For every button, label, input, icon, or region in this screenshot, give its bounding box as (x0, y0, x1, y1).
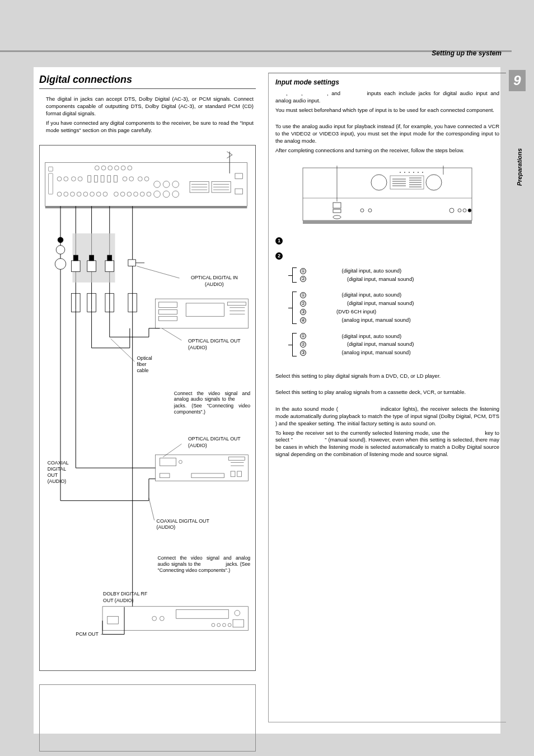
svg-line-124 (149, 498, 154, 520)
intro-select: You must select beforehand which type of… (275, 107, 499, 114)
svg-text:cable: cable (137, 368, 148, 373)
svg-line-107 (137, 266, 179, 278)
svg-rect-65 (87, 261, 96, 271)
svg-text:DIGITAL: DIGITAL (48, 466, 67, 472)
svg-text:(AUDIO): (AUDIO) (157, 525, 176, 530)
connection-diagram: OPTICAL DIGITAL IN (AUDIO) OPTICAL DIGIT… (39, 145, 256, 671)
opt-group-1: ① (digital input, auto sound) ② (digital… (292, 267, 499, 283)
svg-line-114 (111, 339, 135, 362)
svg-rect-68 (107, 255, 112, 261)
svg-point-97 (160, 617, 164, 621)
svg-rect-98 (176, 610, 229, 619)
svg-point-144 (400, 172, 401, 173)
svg-rect-1 (45, 206, 247, 209)
svg-text:COAXIAL DIGITAL OUT: COAXIAL DIGITAL OUT (157, 518, 210, 524)
svg-rect-92 (231, 471, 235, 477)
left-column: Digital connections The digital in jacks… (39, 73, 260, 722)
auto-sound-desc: In the auto sound mode ( indicator light… (275, 406, 499, 427)
opt-group-3: ① (digital input, auto sound) ② (digital… (292, 333, 499, 356)
svg-text:OPTICAL DIGITAL OUT: OPTICAL DIGITAL OUT (188, 436, 241, 442)
svg-rect-72 (158, 302, 177, 308)
right-column: Input mode settings , , , and inputs eac… (268, 73, 506, 722)
svg-text:(AUDIO): (AUDIO) (188, 443, 207, 449)
svg-text:OUT: OUT (48, 472, 58, 478)
svg-rect-69 (128, 260, 136, 266)
svg-point-146 (409, 172, 410, 173)
left-title: Digital connections (39, 73, 256, 89)
svg-line-110 (162, 328, 181, 340)
svg-rect-85 (160, 458, 176, 466)
svg-rect-3 (49, 167, 53, 172)
svg-rect-2 (49, 173, 53, 194)
svg-point-149 (422, 172, 423, 173)
svg-rect-100 (233, 620, 243, 628)
side-tab: Preparations (516, 148, 524, 186)
svg-text:OPTICAL DIGITAL IN: OPTICAL DIGITAL IN (191, 275, 238, 280)
notes-box (39, 684, 256, 752)
opt-group-2: ① (digital input, auto sound) ② (digital… (292, 292, 499, 323)
svg-text:OPTICAL DIGITAL OUT: OPTICAL DIGITAL OUT (188, 338, 241, 344)
svg-rect-76 (227, 302, 246, 306)
svg-rect-89 (228, 457, 245, 461)
follow-steps: After completing connections and turning… (275, 147, 499, 154)
svg-rect-75 (186, 303, 224, 316)
digital-desc: Select this setting to play digital sign… (275, 373, 499, 380)
svg-rect-93 (237, 471, 242, 477)
svg-point-147 (413, 172, 414, 173)
step-2: 2 (275, 252, 499, 260)
svg-point-61 (58, 237, 63, 243)
manual-sound-desc: To keep the receiver set to the currentl… (275, 430, 499, 458)
svg-rect-129 (303, 168, 472, 220)
svg-rect-66 (90, 255, 94, 261)
svg-point-101 (212, 623, 215, 627)
receiver-front (301, 166, 474, 226)
svg-rect-95 (107, 617, 118, 624)
svg-text:(AUDIO): (AUDIO) (48, 478, 67, 484)
svg-text:DOLBY DIGITAL RF: DOLBY DIGITAL RF (103, 591, 147, 597)
svg-point-158 (468, 209, 471, 212)
svg-text:(AUDIO): (AUDIO) (205, 281, 224, 287)
svg-point-62 (55, 259, 65, 269)
svg-rect-64 (73, 255, 78, 261)
svg-rect-74 (158, 317, 177, 321)
svg-rect-130 (303, 220, 472, 224)
intro-inputs: , , , and inputs each include jacks for … (275, 90, 499, 105)
svg-text:Optical: Optical (137, 356, 152, 361)
intro-p1: The digital in jacks can accept DTS, Dol… (46, 96, 254, 117)
svg-point-102 (217, 623, 221, 627)
svg-point-148 (418, 172, 419, 173)
svg-text:PCM OUT: PCM OUT (76, 632, 99, 637)
right-title: Input mode settings (275, 78, 499, 87)
analog-desc: Select this setting to play analog signa… (275, 389, 499, 396)
analog-note: To use the analog audio input for playba… (275, 123, 499, 144)
svg-text:OUT (AUDIO): OUT (AUDIO) (103, 598, 133, 603)
svg-point-99 (235, 611, 240, 616)
svg-point-60 (56, 246, 65, 255)
svg-point-145 (404, 172, 405, 173)
page-number: 9 (509, 70, 526, 91)
intro-p2: If you have connected any digital compon… (46, 120, 254, 134)
svg-text:COAXIAL: COAXIAL (48, 461, 69, 466)
svg-point-104 (228, 623, 231, 627)
svg-text:fiber: fiber (137, 361, 146, 367)
section-label: Setting up the system (432, 49, 502, 58)
step-1: 1 (275, 237, 499, 245)
page: Setting up the system 9 Preparations Dig… (0, 0, 534, 756)
svg-rect-88 (191, 473, 224, 478)
svg-rect-87 (160, 473, 170, 478)
svg-rect-63 (72, 261, 81, 271)
svg-point-103 (223, 623, 226, 627)
svg-point-86 (179, 461, 182, 464)
content: Digital connections The digital in jacks… (34, 67, 500, 734)
svg-rect-73 (158, 310, 177, 314)
svg-rect-67 (105, 261, 114, 271)
svg-text:(AUDIO): (AUDIO) (188, 345, 207, 350)
svg-point-96 (152, 617, 157, 621)
